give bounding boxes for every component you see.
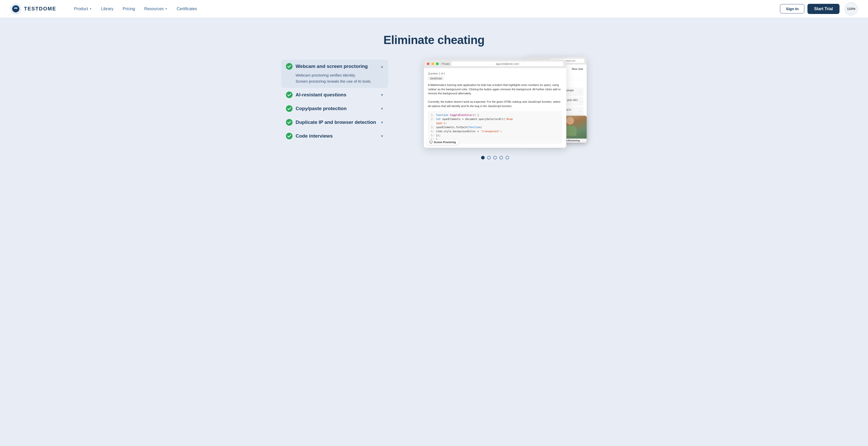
nav-pricing[interactable]: Pricing xyxy=(119,5,138,13)
resources-chevron-icon: ▼ xyxy=(165,7,167,10)
private-label: Private xyxy=(442,63,450,65)
screen-badge-label: Screen Proctoring xyxy=(434,141,456,144)
testdome-browser-window: Private app.testdome.com Question 1 of 1… xyxy=(424,60,566,148)
webcam-desc-line2: Screen proctoring reveals the use of AI … xyxy=(296,79,372,84)
nav-product[interactable]: Product ▼ xyxy=(70,5,95,13)
ai-title: AI-resistant questions xyxy=(296,92,377,98)
tl-green-icon xyxy=(436,63,439,65)
feature-ai-header: AI-resistant questions ▼ xyxy=(286,92,384,98)
svg-rect-6 xyxy=(430,141,432,143)
screenshot-panel: Private app.testdome.com Question 1 of 1… xyxy=(403,60,587,159)
pagination-dot-5[interactable] xyxy=(505,156,509,159)
logo-link[interactable]: TESTDOME xyxy=(10,3,56,14)
navbar: TESTDOME Product ▼ Library Pricing Resou… xyxy=(0,0,868,18)
tl-yellow-icon xyxy=(431,63,434,65)
screen-proctoring-badge: Screen Proctoring xyxy=(427,139,458,145)
testdome-browser-bar: Private app.testdome.com xyxy=(424,60,566,68)
question-label: Question 1 of 1 xyxy=(428,72,562,75)
nav-resources-label: Resources xyxy=(144,7,163,11)
page-title: Eliminate cheating xyxy=(383,33,484,47)
features-panel: Webcam and screen proctoring ▲ Webcam pr… xyxy=(281,60,388,143)
svg-point-4 xyxy=(286,119,292,126)
ai-arrow-icon: ▼ xyxy=(380,93,384,97)
nav-certificates-label: Certificates xyxy=(177,7,197,11)
duplicate-title: Duplicate IP and browser detection xyxy=(296,120,377,125)
pagination-dot-3[interactable] xyxy=(493,156,497,159)
logo-icon xyxy=(10,3,21,14)
svg-point-2 xyxy=(286,92,292,98)
feature-copypaste-header: Copy/paste protection ▼ xyxy=(286,105,384,112)
svg-point-1 xyxy=(286,63,292,70)
webcam-description: Webcam proctoring verifies identity. Scr… xyxy=(296,72,384,85)
nav-product-label: Product xyxy=(74,7,88,11)
zoom-badge: 110% xyxy=(845,2,858,15)
codeinterviews-check-icon xyxy=(286,133,292,139)
nav-actions: Sign In Start Trial 110% xyxy=(780,2,858,15)
feature-duplicate[interactable]: Duplicate IP and browser detection ▼ xyxy=(281,116,388,129)
feature-codeinterviews[interactable]: Code interviews ▼ xyxy=(281,129,388,143)
screen-icon xyxy=(429,140,432,144)
question-tag: JavaScript xyxy=(428,76,444,81)
svg-point-5 xyxy=(286,133,292,139)
nav-library-label: Library xyxy=(101,7,114,11)
feature-webcam-header: Webcam and screen proctoring ▲ xyxy=(286,63,384,70)
person-head xyxy=(566,117,574,125)
nav-pricing-label: Pricing xyxy=(123,7,135,11)
nav-certificates[interactable]: Certificates xyxy=(173,5,200,13)
codeinterviews-arrow-icon: ▼ xyxy=(380,134,384,138)
pagination-dot-4[interactable] xyxy=(499,156,503,159)
copypaste-arrow-icon: ▼ xyxy=(380,107,384,110)
feature-webcam[interactable]: Webcam and screen proctoring ▲ Webcam pr… xyxy=(281,60,388,88)
signin-button[interactable]: Sign In xyxy=(780,4,804,13)
pagination-dot-2[interactable] xyxy=(487,156,491,159)
logo-text: TESTDOME xyxy=(24,6,56,12)
main-content: Eliminate cheating Webcam and screen pro… xyxy=(0,18,868,446)
webcam-title: Webcam and screen proctoring xyxy=(296,64,377,69)
nav-resources[interactable]: Resources ▼ xyxy=(141,5,171,13)
code-block: 1:function toggleEvenColor() { 2: let sp… xyxy=(428,111,562,144)
testdome-browser-content: Question 1 of 1 JavaScript A Mathematics… xyxy=(424,68,566,148)
nav-library[interactable]: Library xyxy=(97,5,117,13)
svg-point-3 xyxy=(286,105,292,112)
ai-check-icon xyxy=(286,92,292,98)
content-row: Webcam and screen proctoring ▲ Webcam pr… xyxy=(281,60,587,159)
pagination-dots xyxy=(481,156,509,159)
feature-ai[interactable]: AI-resistant questions ▼ xyxy=(281,88,388,102)
trial-button[interactable]: Start Trial xyxy=(807,4,839,14)
codeinterviews-title: Code interviews xyxy=(296,133,377,139)
webcam-check-icon xyxy=(286,63,292,70)
webcam-desc-line1: Webcam proctoring verifies identity. xyxy=(296,73,355,77)
feature-duplicate-header: Duplicate IP and browser detection ▼ xyxy=(286,119,384,126)
tl-red-icon xyxy=(427,63,429,65)
duplicate-check-icon xyxy=(286,119,292,126)
feature-copypaste[interactable]: Copy/paste protection ▼ xyxy=(281,102,388,116)
screenshot-container: Private app.testdome.com Question 1 of 1… xyxy=(424,60,566,148)
nav-links: Product ▼ Library Pricing Resources ▼ Ce… xyxy=(70,5,771,13)
webcam-arrow-icon: ▲ xyxy=(380,65,384,68)
copypaste-check-icon xyxy=(286,105,292,112)
question-text: A Mathematics tutoring web application f… xyxy=(428,83,562,108)
testdome-url-bar: app.testdome.com xyxy=(452,62,563,66)
duplicate-arrow-icon: ▼ xyxy=(380,121,384,124)
product-chevron-icon: ▼ xyxy=(89,7,92,10)
feature-codeinterviews-header: Code interviews ▼ xyxy=(286,133,384,139)
pagination-dot-1[interactable] xyxy=(481,156,485,159)
copypaste-title: Copy/paste protection xyxy=(296,106,377,112)
